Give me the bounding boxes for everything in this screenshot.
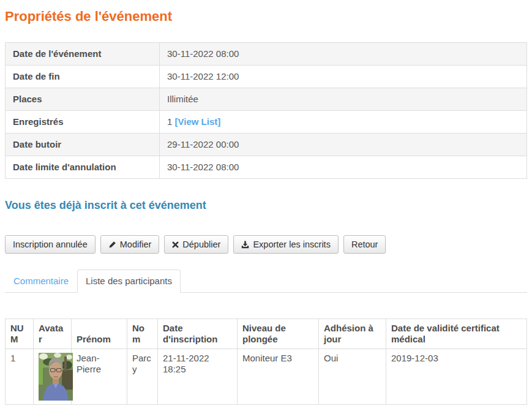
button-label: Exporter les inscrits bbox=[253, 239, 331, 249]
cell-nom: Parcy bbox=[127, 349, 158, 405]
col-header-certificat: Date de validité certificat médical bbox=[386, 319, 527, 349]
prop-value-event-date: 30-11-2022 08:00 bbox=[160, 43, 527, 66]
tab-bar: Commentaire Liste des participants bbox=[5, 270, 527, 293]
cell-prenom: Jean-Pierre bbox=[72, 349, 127, 405]
table-row: Date de fin 30-11-2022 12:00 bbox=[6, 66, 527, 88]
prop-value-end-date: 30-11-2022 12:00 bbox=[160, 66, 527, 88]
edit-button[interactable]: Modifier bbox=[100, 235, 160, 254]
col-header-date-inscription: Date d'inscription bbox=[158, 319, 238, 349]
registration-cancelled-button[interactable]: Inscription annulée bbox=[5, 235, 96, 254]
cell-adhesion: Oui bbox=[319, 349, 386, 405]
cell-certificat: 2019-12-03 bbox=[386, 349, 527, 405]
table-header-row: NUM Avatar Prénom Nom Date d'inscription… bbox=[6, 319, 527, 349]
event-properties-page: Propriétés de l'événement Date de l'évén… bbox=[0, 0, 532, 405]
table-row: Places Illimitée bbox=[6, 88, 527, 111]
page-title: Propriétés de l'événement bbox=[5, 9, 527, 25]
col-header-prenom: Prénom bbox=[72, 319, 127, 349]
table-row: Date de l'événement 30-11-2022 08:00 bbox=[6, 43, 527, 66]
prop-value-registered: 1 [View List] bbox=[160, 111, 527, 134]
cell-num: 1 bbox=[6, 349, 34, 405]
col-header-nom: Nom bbox=[127, 319, 158, 349]
unpublish-button[interactable]: Dépublier bbox=[164, 235, 228, 254]
registered-count: 1 bbox=[167, 116, 172, 127]
pencil-icon bbox=[108, 241, 116, 249]
button-label: Dépublier bbox=[182, 239, 220, 249]
back-button[interactable]: Retour bbox=[343, 235, 386, 254]
table-row: Date butoir 29-11-2022 00:00 bbox=[6, 134, 527, 156]
cell-avatar bbox=[34, 349, 72, 405]
download-icon bbox=[241, 241, 249, 249]
prop-label-end-date: Date de fin bbox=[6, 66, 160, 88]
view-list-link[interactable]: [View List] bbox=[175, 116, 221, 127]
toolbar: Inscription annulée Modifier Dépublier bbox=[5, 235, 527, 254]
button-label: Inscription annulée bbox=[13, 239, 88, 249]
button-label: Retour bbox=[351, 239, 378, 249]
table-row: Enregistrés 1 [View List] bbox=[6, 111, 527, 134]
tab-commentaire[interactable]: Commentaire bbox=[5, 270, 77, 293]
prop-value-deadline: 29-11-2022 00:00 bbox=[160, 134, 527, 156]
prop-value-places: Illimitée bbox=[160, 88, 527, 111]
cell-date-inscription: 21-11-2022 18:25 bbox=[158, 349, 238, 405]
col-header-num: NUM bbox=[6, 319, 34, 349]
col-header-avatar: Avatar bbox=[34, 319, 72, 349]
col-header-niveau-plongee: Niveau de plongée bbox=[238, 319, 319, 349]
table-row: 1 bbox=[6, 349, 527, 405]
event-properties-table: Date de l'événement 30-11-2022 08:00 Dat… bbox=[5, 42, 527, 179]
already-registered-heading: Vous êtes déjà inscrit à cet événement bbox=[5, 199, 527, 212]
participants-table: NUM Avatar Prénom Nom Date d'inscription… bbox=[5, 319, 527, 405]
prop-label-deadline: Date butoir bbox=[6, 134, 160, 156]
avatar bbox=[39, 353, 66, 401]
prop-label-event-date: Date de l'événement bbox=[6, 43, 160, 66]
prop-label-registered: Enregistrés bbox=[6, 111, 160, 134]
x-icon bbox=[172, 241, 179, 248]
prop-value-cancel-limit: 30-11-2022 08:00 bbox=[160, 156, 527, 179]
prop-label-cancel-limit: Date limite d'annulation bbox=[6, 156, 160, 179]
prop-label-places: Places bbox=[6, 88, 160, 111]
cell-niveau-plongee: Moniteur E3 bbox=[238, 349, 319, 405]
table-row: Date limite d'annulation 30-11-2022 08:0… bbox=[6, 156, 527, 179]
tab-liste-des-participants[interactable]: Liste des participants bbox=[77, 270, 181, 293]
export-registrants-button[interactable]: Exporter les inscrits bbox=[233, 235, 339, 254]
button-label: Modifier bbox=[120, 239, 152, 249]
col-header-adhesion: Adhésion à jour bbox=[319, 319, 386, 349]
